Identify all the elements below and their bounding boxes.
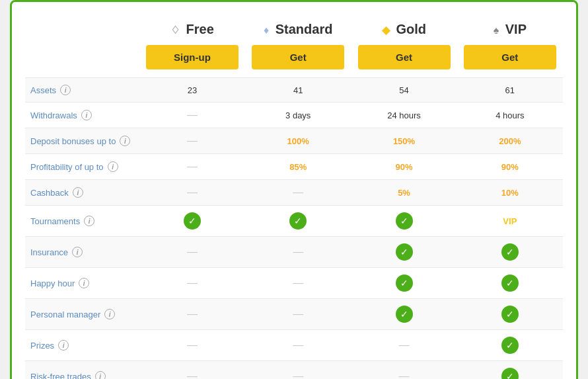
value-cell: 54: [351, 78, 457, 103]
table-row: Tournaments i ✓✓✓VIP: [25, 206, 563, 237]
check-icon: ✓: [184, 212, 201, 230]
dash-indicator: —: [187, 370, 198, 379]
dash-indicator: —: [399, 370, 410, 379]
check-icon: ✓: [396, 243, 413, 261]
table-row: Deposit bonuses up to i —100%150%200%: [25, 128, 563, 154]
value-cell: —: [139, 299, 245, 330]
info-icon[interactable]: i: [60, 85, 71, 95]
value-cell: 200%: [457, 128, 563, 154]
dash-indicator: —: [187, 277, 198, 288]
highlight-value: 150%: [393, 136, 415, 146]
feature-label: Happy hour: [30, 278, 75, 288]
value-cell: —: [139, 361, 245, 380]
info-icon[interactable]: i: [73, 187, 83, 198]
feature-label: Withdrawals: [30, 110, 77, 120]
info-icon[interactable]: i: [84, 216, 94, 226]
text-value: 54: [399, 85, 408, 95]
feature-cell: Cashback i: [25, 180, 139, 206]
dash-indicator: —: [293, 187, 303, 198]
value-cell: —: [245, 299, 351, 330]
check-icon: ✓: [396, 212, 413, 230]
value-cell: 61: [457, 78, 563, 103]
info-icon[interactable]: i: [81, 110, 92, 120]
dash-indicator: —: [187, 308, 198, 319]
feature-label: Cashback: [30, 188, 69, 198]
info-icon[interactable]: i: [72, 247, 83, 257]
value-cell: —: [245, 330, 351, 361]
text-value: 3 days: [285, 110, 311, 120]
highlight-value: 5%: [398, 188, 410, 198]
value-cell: 90%: [351, 154, 457, 180]
dash-indicator: —: [293, 339, 303, 351]
check-icon: ✓: [501, 306, 519, 323]
value-cell: ✓: [245, 206, 351, 237]
table-row: Prizes i ———✓: [25, 330, 563, 361]
feature-label: Profitability of up to: [30, 162, 104, 172]
dash-indicator: —: [187, 246, 198, 257]
value-cell: —: [351, 330, 457, 361]
highlight-value: 90%: [501, 162, 519, 172]
value-cell: ✓: [351, 237, 457, 268]
btn-free[interactable]: Sign-up: [146, 45, 239, 69]
dash-indicator: —: [293, 277, 303, 288]
plan-header-gold: ◆ Gold: [351, 15, 457, 41]
feature-cell: Insurance i: [25, 237, 139, 268]
plan-label-vip: VIP: [505, 22, 527, 36]
value-cell: ✓: [457, 330, 563, 361]
info-icon[interactable]: i: [95, 371, 106, 379]
feature-cell: Withdrawals i: [25, 103, 139, 128]
btn-vip[interactable]: Get: [464, 45, 556, 69]
vip-label: VIP: [503, 216, 517, 226]
value-cell: 24 hours: [351, 103, 457, 128]
dash-indicator: —: [187, 161, 198, 172]
value-cell: 90%: [457, 154, 563, 180]
value-cell: ✓: [457, 299, 563, 330]
value-cell: 4 hours: [457, 103, 563, 128]
feature-cell: Personal manager i: [25, 299, 139, 330]
value-cell: 23: [139, 78, 245, 103]
btn-cell-vip: Get: [457, 41, 563, 78]
info-icon[interactable]: i: [104, 309, 115, 319]
plan-label-gold: Gold: [396, 22, 427, 36]
value-cell: 5%: [351, 180, 457, 206]
btn-standard[interactable]: Get: [252, 45, 344, 69]
highlight-value: 100%: [287, 136, 309, 146]
highlight-value: 85%: [289, 162, 307, 172]
feature-label: Assets: [30, 85, 56, 95]
value-cell: —: [139, 103, 245, 128]
feature-cell: Prizes i: [25, 330, 139, 361]
feature-label: Tournaments: [30, 216, 80, 226]
text-value: 4 hours: [496, 110, 524, 120]
value-cell: —: [245, 268, 351, 299]
value-cell: ✓: [139, 206, 245, 237]
dash-indicator: —: [399, 339, 410, 351]
info-icon[interactable]: i: [120, 136, 130, 146]
value-cell: ✓: [351, 268, 457, 299]
value-cell: ✓: [351, 299, 457, 330]
plan-label-standard: Standard: [276, 22, 333, 36]
value-cell: VIP: [457, 206, 563, 237]
feature-label: Deposit bonuses up to: [30, 136, 116, 146]
check-icon: ✓: [396, 306, 413, 323]
info-icon[interactable]: i: [79, 278, 89, 288]
value-cell: —: [139, 180, 245, 206]
feature-label: Prizes: [30, 341, 54, 351]
check-icon: ✓: [396, 274, 413, 292]
text-value: 41: [293, 85, 303, 95]
plan-label-free: Free: [186, 22, 214, 36]
value-cell: 150%: [351, 128, 457, 154]
check-icon: ✓: [289, 212, 307, 230]
info-icon[interactable]: i: [58, 340, 69, 351]
table-row: Assets i 23415461: [25, 78, 563, 103]
feature-label: Risk-free trades: [30, 372, 91, 380]
plan-header-free: ♢ Free: [139, 15, 245, 41]
text-value: 61: [505, 85, 515, 95]
table-row: Insurance i ——✓✓: [25, 237, 563, 268]
btn-gold[interactable]: Get: [358, 45, 451, 69]
info-icon[interactable]: i: [108, 161, 118, 172]
dash-indicator: —: [293, 370, 303, 379]
value-cell: ✓: [457, 268, 563, 299]
value-cell: —: [245, 237, 351, 268]
table-row: Happy hour i ——✓✓: [25, 268, 563, 299]
value-cell: —: [139, 237, 245, 268]
